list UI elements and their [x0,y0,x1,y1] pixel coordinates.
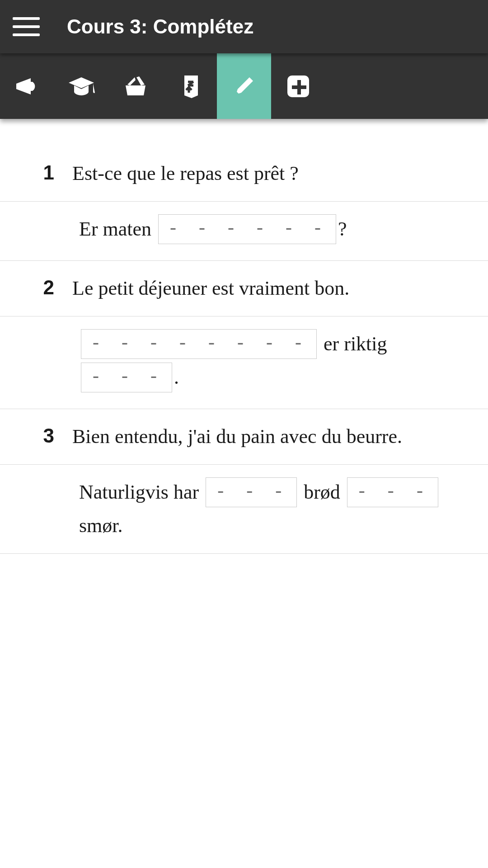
tab-write[interactable] [217,53,271,119]
answer-text: er riktig [319,333,387,355]
exercise-number: 3 [0,422,72,452]
answer-line: Naturligvis har - - - brød - - - smør. [79,477,470,541]
tab-learn[interactable] [54,53,108,119]
exercise-prompt: 3 Bien entendu, j'ai du pain avec du beu… [0,409,488,464]
exercise-answer: Er maten - - - - - -? [0,202,488,260]
tab-listen[interactable] [0,53,54,119]
exercise-list: 1 Est-ce que le repas est prêt ? Er mate… [0,119,488,868]
graduation-cap-icon [67,72,96,101]
tab-bar [0,53,488,119]
exercise-answer: Naturligvis har - - - brød - - - smør. [0,465,488,553]
exercise-prompt: 2 Le petit déjeuner est vraiment bon. [0,261,488,316]
divider [0,553,488,554]
prompt-text: Est-ce que le repas est prêt ? [72,159,470,189]
answer-line: - - - - - - - - er riktig - - -. [79,329,470,396]
megaphone-icon [13,72,42,101]
pencil-icon [230,72,258,101]
answer-text: . [174,366,179,388]
tab-translate[interactable] [163,53,217,119]
answer-line: Er maten - - - - - -? [79,214,470,248]
answer-text: smør. [79,514,123,537]
swap-icon [175,72,204,101]
tab-add[interactable] [271,53,325,119]
answer-text: brød [299,481,345,503]
tab-archive[interactable] [108,53,163,119]
blank-input[interactable]: - - - [347,477,438,507]
answer-text: ? [338,218,347,240]
inbox-icon [121,72,150,101]
prompt-text: Bien entendu, j'ai du pain avec du beurr… [72,422,470,452]
answer-text: Er maten [79,218,156,240]
exercise-number: 2 [0,274,72,303]
blank-input[interactable]: - - - [206,477,297,507]
blank-input[interactable]: - - - - - - [158,214,336,244]
answer-text: Naturligvis har [79,481,204,503]
exercise-prompt: 1 Est-ce que le repas est prêt ? [0,146,488,201]
exercise-answer: - - - - - - - - er riktig - - -. [0,316,488,409]
prompt-text: Le petit déjeuner est vraiment bon. [72,274,470,303]
blank-input[interactable]: - - - [81,363,172,392]
page-title: Cours 3: Complétez [67,15,253,38]
app-header: Cours 3: Complétez [0,0,488,53]
blank-input[interactable]: - - - - - - - - [81,329,317,359]
plus-icon [284,72,313,101]
menu-icon[interactable] [13,13,40,40]
exercise-number: 1 [0,159,72,189]
